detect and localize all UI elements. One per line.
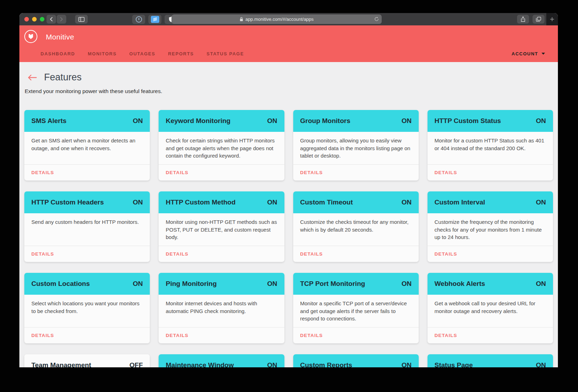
details-link[interactable]: DETAILS	[166, 333, 188, 338]
details-link[interactable]: DETAILS	[435, 333, 457, 338]
feature-card-footer: DETAILS	[159, 327, 284, 343]
feature-card: HTTP Custom Headers ON Send any custom h…	[24, 191, 150, 262]
feature-title: Ping Monitoring	[166, 280, 217, 288]
app-header: Monitive DASHBOARD MONITORS OUTAGES REPO…	[19, 25, 558, 62]
feature-status: ON	[401, 280, 412, 288]
feature-title: Custom Locations	[31, 280, 90, 288]
details-link[interactable]: DETAILS	[300, 333, 323, 338]
feature-title: Keyword Monitoring	[166, 117, 230, 125]
tab-overview-button[interactable]	[533, 15, 545, 24]
account-menu[interactable]: ACCOUNT	[512, 51, 546, 56]
feature-card: Maintenance Window ON DETAILS	[159, 354, 284, 367]
share-icon	[521, 16, 525, 22]
forward-button[interactable]	[57, 15, 66, 24]
feature-description: Monitor internet devices and hosts with …	[159, 295, 284, 327]
feature-card-header: Team Management OFF	[24, 354, 150, 367]
feature-card-footer: DETAILS	[24, 164, 150, 180]
details-link[interactable]: DETAILS	[435, 170, 457, 175]
feature-status: OFF	[129, 361, 143, 367]
close-button[interactable]	[24, 17, 29, 22]
feature-card-footer: DETAILS	[24, 327, 150, 343]
nav-outages[interactable]: OUTAGES	[129, 51, 155, 56]
main-nav: DASHBOARD MONITORS OUTAGES REPORTS STATU…	[41, 51, 244, 56]
feature-status: ON	[267, 117, 277, 125]
feature-card-header: Ping Monitoring ON	[159, 273, 284, 295]
details-link[interactable]: DETAILS	[435, 251, 457, 257]
feature-card-footer: DETAILS	[24, 246, 150, 262]
feature-card-header: SMS Alerts ON	[24, 110, 150, 132]
feature-card-header: Custom Reports ON	[293, 354, 419, 367]
details-link[interactable]: DETAILS	[166, 251, 188, 257]
browser-window: app.monitive.com/#/account/apps	[19, 13, 558, 367]
feature-card: Webhook Alerts ON Get a webhook call to …	[428, 273, 553, 343]
reload-icon[interactable]	[374, 16, 379, 22]
feature-card: TCP Port Monitoring ON Monitor a specifi…	[293, 273, 419, 343]
feature-status: ON	[267, 361, 277, 367]
feature-card-header: Status Page ON	[428, 354, 553, 367]
details-link[interactable]: DETAILS	[300, 251, 323, 257]
feature-description: Select which locations you want your mon…	[24, 295, 150, 327]
feature-description: Get an SMS alert when a monitor detects …	[24, 132, 150, 164]
details-link[interactable]: DETAILS	[166, 170, 188, 175]
feature-title: Custom Interval	[435, 198, 485, 206]
feature-status: ON	[133, 280, 143, 288]
feature-title: Custom Timeout	[300, 198, 353, 206]
feature-status: ON	[401, 361, 412, 367]
feature-status: ON	[133, 117, 143, 125]
feature-status: ON	[133, 198, 143, 206]
feature-title: HTTP Custom Status	[435, 117, 501, 125]
feature-title: Team Management	[31, 361, 91, 367]
feature-card-footer: DETAILS	[293, 246, 419, 262]
feature-title: Webhook Alerts	[435, 280, 485, 288]
feature-card-header: Maintenance Window ON	[159, 354, 284, 367]
minimize-button[interactable]	[32, 17, 37, 22]
feature-card-footer: DETAILS	[159, 164, 284, 180]
feature-description: Group monitors, allowing you to easily v…	[293, 132, 419, 164]
feature-title: Group Monitors	[300, 117, 350, 125]
details-link[interactable]: DETAILS	[31, 170, 54, 175]
back-arrow-icon[interactable]	[27, 74, 37, 81]
nav-monitors[interactable]: MONITORS	[88, 51, 117, 56]
brand-name: Monitive	[46, 33, 74, 41]
feature-card: Custom Reports ON DETAILS	[293, 354, 419, 367]
zoom-button[interactable]	[40, 17, 44, 22]
feature-card-header: Custom Timeout ON	[293, 191, 419, 213]
page-title: Features	[44, 72, 82, 83]
nav-status-page[interactable]: STATUS PAGE	[207, 51, 244, 56]
monitive-logo[interactable]	[24, 30, 37, 43]
share-button[interactable]	[517, 15, 529, 24]
feature-card: Keyword Monitoring ON Check for certain …	[159, 110, 284, 180]
details-link[interactable]: DETAILS	[300, 170, 323, 175]
feature-description: Customize the frequency of the monitorin…	[428, 213, 553, 246]
features-grid: SMS Alerts ON Get an SMS alert when a mo…	[24, 110, 553, 367]
feature-description: Monitor using non-HTTP GET methods such …	[159, 213, 284, 246]
feature-title: HTTP Custom Method	[166, 198, 235, 206]
back-button[interactable]	[47, 15, 56, 24]
feature-description: Monitor a specific TCP port of a server/…	[293, 295, 419, 327]
nav-dashboard[interactable]: DASHBOARD	[41, 51, 75, 56]
new-tab-button[interactable]	[546, 13, 558, 25]
feature-card: Team Management OFF DETAILS	[24, 354, 150, 367]
chevron-left-icon	[49, 17, 53, 22]
feature-card-footer: DETAILS	[293, 327, 419, 343]
chevron-right-icon	[60, 17, 63, 22]
details-link[interactable]: DETAILS	[31, 333, 54, 338]
feature-title: TCP Port Monitoring	[300, 280, 365, 288]
lock-icon	[240, 17, 243, 22]
extension-1password-button[interactable]	[132, 15, 145, 24]
details-link[interactable]: DETAILS	[31, 251, 54, 257]
feature-card-header: HTTP Custom Status ON	[428, 110, 553, 132]
page-subtitle: Extend your monitoring power with these …	[25, 88, 558, 94]
address-bar[interactable]: app.monitive.com/#/account/apps	[172, 14, 382, 24]
feature-card-footer: DETAILS	[428, 327, 553, 343]
plus-icon	[550, 17, 554, 22]
feature-title: Custom Reports	[300, 361, 352, 367]
nav-reports[interactable]: REPORTS	[168, 51, 194, 56]
sidebar-toggle-button[interactable]	[75, 15, 88, 24]
feature-card: SMS Alerts ON Get an SMS alert when a mo…	[24, 110, 150, 180]
feature-card-header: Group Monitors ON	[293, 110, 419, 132]
feature-card: Ping Monitoring ON Monitor internet devi…	[159, 273, 284, 343]
feature-status: ON	[267, 198, 277, 206]
monitive-m-icon	[27, 33, 34, 40]
extension-blue-button[interactable]	[148, 15, 161, 24]
